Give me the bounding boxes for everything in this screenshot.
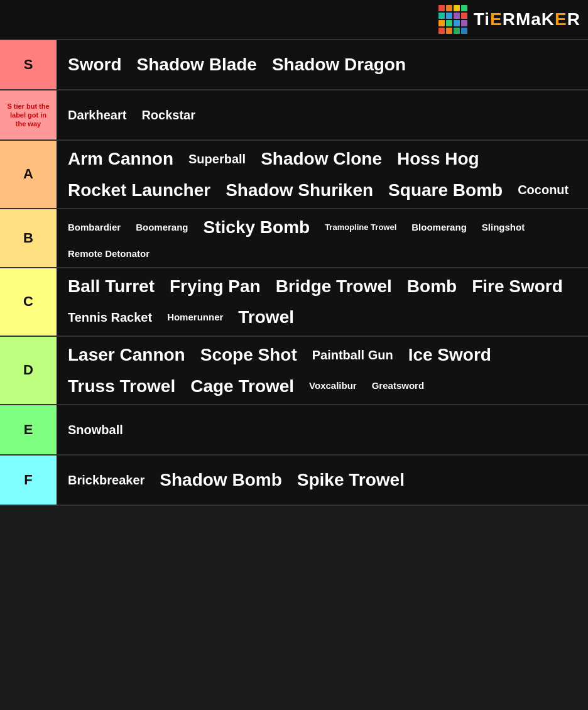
tier-label-s: S [0,40,57,89]
tier-label-c: C [0,268,57,336]
tier-content-c: Ball TurretFrying PanBridge TrowelBombFi… [57,268,588,336]
logo-text: TiERMaKER [474,9,580,30]
tier-item[interactable]: Spike Trowel [291,466,411,494]
tier-item[interactable]: Shadow Bomb [153,466,288,494]
tier-item[interactable]: Greatsword [366,376,430,395]
tier-item[interactable]: Trowel [232,303,300,332]
tier-row-s2: S tier but the label got in the wayDarkh… [0,90,588,141]
tier-item[interactable]: Boomerang [129,218,194,237]
tier-item[interactable]: Voxcalibur [303,376,363,395]
tier-label-f: F [0,456,57,505]
tier-item[interactable]: Sticky Bomb [197,213,317,242]
tier-item[interactable]: Bombardier [62,218,127,237]
tier-item[interactable]: Shadow Dragon [266,50,412,79]
tier-item[interactable]: Arm Cannon [62,145,180,173]
tier-row-b: BBombardierBoomerangSticky BombTramoplin… [0,209,588,268]
tier-item[interactable]: Homerunner [161,308,229,327]
tier-item[interactable]: Rocket Launcher [62,176,217,205]
tier-item[interactable]: Shadow Clone [254,145,388,173]
tier-content-a: Arm CannonSuperballShadow CloneHoss HogR… [57,141,588,208]
tier-label-a: A [0,141,57,208]
tier-item[interactable]: Shadow Blade [131,50,263,79]
tier-label-b: B [0,209,57,267]
tier-label-e: E [0,405,57,454]
tier-item[interactable]: Hoss Hog [391,145,486,173]
tier-item[interactable]: Truss Trowel [62,372,182,401]
tier-row-e: ESnowball [0,405,588,456]
tier-item[interactable]: Bomb [401,272,463,301]
tier-item[interactable]: Remote Detonator [62,244,156,263]
tier-label-d: D [0,337,57,404]
tier-row-a: AArm CannonSuperballShadow CloneHoss Hog… [0,141,588,209]
tier-content-f: BrickbreakerShadow BombSpike Trowel [57,456,588,505]
tier-item[interactable]: Superball [182,148,252,170]
tier-row-s: SSwordShadow BladeShadow Dragon [0,40,588,90]
tier-item[interactable]: Ball Turret [62,272,161,301]
tier-content-d: Laser CannonScope ShotPaintball GunIce S… [57,337,588,404]
tier-label-s2: S tier but the label got in the way [0,90,57,139]
tier-item[interactable]: Slingshot [476,218,531,237]
tier-row-c: CBall TurretFrying PanBridge TrowelBombF… [0,268,588,337]
tier-table: SSwordShadow BladeShadow DragonS tier bu… [0,40,588,506]
tier-item[interactable]: Square Bomb [382,176,509,205]
tier-item[interactable]: Fire Sword [466,272,569,301]
tier-item[interactable]: Rockstar [135,104,202,126]
tier-item[interactable]: Shadow Shuriken [219,176,379,205]
tier-item[interactable]: Laser Cannon [62,341,192,369]
tier-item[interactable]: Tramopline Trowel [318,219,403,236]
tiermaker-logo: TiERMaKER [438,5,580,34]
tier-content-b: BombardierBoomerangSticky BombTramopline… [57,209,588,267]
tier-item[interactable]: Coconut [511,178,575,201]
tier-content-s: SwordShadow BladeShadow Dragon [57,40,588,89]
tier-item[interactable]: Snowball [62,418,129,441]
logo-grid [438,5,467,34]
tier-item[interactable]: Cage Trowel [184,372,300,401]
tier-item[interactable]: Sword [62,50,128,79]
tier-item[interactable]: Frying Pan [163,272,267,301]
tier-row-d: DLaser CannonScope ShotPaintball GunIce … [0,337,588,405]
tier-item[interactable]: Paintball Gun [306,344,400,366]
tier-row-f: FBrickbreakerShadow BombSpike Trowel [0,456,588,506]
tier-item[interactable]: Bridge Trowel [270,272,398,301]
tier-item[interactable]: Tennis Racket [62,306,158,329]
tier-content-e: Snowball [57,405,588,454]
tier-item[interactable]: Darkheart [62,104,133,126]
app-container: TiERMaKER SSwordShadow BladeShadow Drago… [0,0,588,506]
header: TiERMaKER [0,0,588,40]
tier-item[interactable]: Bloomerang [405,218,473,237]
tier-item[interactable]: Ice Sword [402,341,498,369]
tier-content-s2: DarkheartRockstar [57,90,588,139]
tier-item[interactable]: Brickbreaker [62,469,151,491]
tier-item[interactable]: Scope Shot [194,341,303,369]
